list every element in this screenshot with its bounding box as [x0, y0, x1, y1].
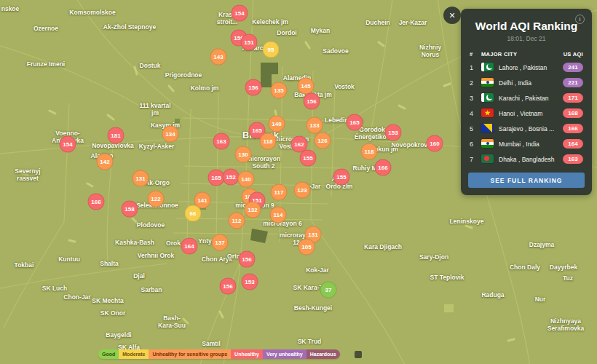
map-place-label: ST Teplovik — [430, 274, 464, 281]
see-full-ranking-button[interactable]: SEE FULL RANKING — [468, 173, 585, 188]
flag-cell — [481, 92, 499, 105]
aqi-marker[interactable]: 145 — [298, 78, 315, 95]
aqi-marker[interactable]: 131 — [133, 170, 149, 187]
aqi-marker[interactable]: 95 — [263, 41, 280, 58]
aqi-marker[interactable]: 156 — [239, 251, 256, 268]
aqi-marker[interactable]: 105 — [298, 239, 315, 256]
map-place-label: SK Onor — [100, 309, 125, 317]
ranking-row[interactable]: 2Delhi , India221 — [470, 75, 583, 90]
aqi-marker[interactable]: 130 — [235, 146, 252, 163]
aqi-marker[interactable]: 156 — [304, 93, 320, 110]
rank-column-header: # — [470, 51, 481, 58]
city-column-header: MAJOR CITY — [481, 51, 564, 58]
map-place-label: Samtil — [202, 340, 221, 347]
map-place-label: Kyzyl-Asker — [139, 143, 175, 150]
aqi-marker[interactable]: 154 — [232, 5, 248, 22]
aqi-marker[interactable]: 140 — [269, 116, 285, 132]
aqi-marker[interactable]: 132 — [245, 202, 261, 218]
legend-collapse-icon[interactable] — [355, 351, 362, 358]
ranking-row[interactable]: 5Sarajevo , Bosnia ...166 — [470, 121, 583, 136]
map-place-label: Shalta — [100, 260, 119, 267]
ranking-position: 5 — [470, 125, 481, 132]
aqi-marker[interactable]: 133 — [307, 117, 323, 134]
aqi-marker[interactable]: 181 — [108, 127, 124, 144]
vietnam-flag-icon: ★ — [481, 108, 494, 117]
aqi-marker[interactable]: 152 — [223, 169, 240, 186]
map-place-label: Sarban — [141, 286, 162, 293]
legend-item-unhealthy: Unhealthy — [231, 349, 263, 359]
map-place-label: Kolmo jm — [191, 84, 219, 92]
aqi-marker[interactable]: 154 — [60, 136, 76, 153]
ranking-row[interactable]: 4★Hanoi , Vietnam168 — [470, 106, 583, 121]
aqi-marker[interactable]: 122 — [148, 191, 165, 207]
ranking-city-label: Hanoi , Vietnam — [499, 110, 563, 117]
map-place-label: Verhnii Orok — [138, 252, 175, 259]
map-place-label: Kashka-Bash — [115, 239, 154, 246]
map-place-label: SK Luch — [42, 285, 67, 292]
map-place-label: NizhnyayaSerafimovka — [547, 317, 585, 332]
aqi-marker[interactable]: 137 — [212, 234, 229, 251]
aqi-marker[interactable]: 166 — [375, 159, 392, 176]
pakistan-flag-icon — [481, 93, 494, 102]
aqi-marker[interactable]: 153 — [242, 274, 258, 290]
map-place-label: Ak-Zhol Stepnoye — [103, 23, 156, 31]
ranking-position: 7 — [470, 156, 481, 163]
ranking-row[interactable]: 1Lahore , Pakistan241 — [470, 60, 583, 75]
aqi-marker[interactable]: 126 — [315, 132, 331, 149]
map-place-label: Kuntuu — [58, 256, 80, 263]
aqi-marker[interactable]: 166 — [88, 194, 105, 210]
aqi-marker[interactable]: 112 — [229, 213, 245, 229]
aqi-marker[interactable]: 165 — [347, 114, 363, 131]
aqi-marker[interactable]: 114 — [270, 207, 287, 223]
aqi-badge: 166 — [563, 124, 583, 133]
legend-item-very-unhealthy: Very unhealthy — [263, 349, 307, 359]
aqi-marker[interactable]: 118 — [361, 143, 378, 160]
aqi-marker[interactable]: 142 — [97, 154, 114, 170]
flag-cell — [481, 122, 499, 135]
legend-item-moderate: Moderate — [119, 349, 149, 359]
aqi-marker[interactable]: 163 — [213, 133, 230, 150]
aqi-marker[interactable]: 164 — [181, 238, 198, 255]
flag-cell: ★ — [481, 107, 499, 120]
map-place-label: Dayyrbek — [550, 264, 577, 271]
aqi-marker[interactable]: 155 — [333, 169, 350, 186]
aqi-marker[interactable]: 155 — [300, 150, 317, 167]
aqi-marker[interactable]: 37 — [320, 282, 337, 298]
legend-item-good: Good — [98, 349, 119, 359]
map-place-label: SK Trud — [298, 338, 322, 345]
legend-item-unhealthy-for-sensitive-groups: Unhealthy for sensitive groups — [149, 349, 231, 359]
ranking-city-label: Mumbai , India — [499, 141, 563, 148]
map-place-label: Komsomolskoe — [69, 9, 115, 16]
aqi-marker[interactable]: 151 — [241, 34, 258, 51]
map-place-label: Besh-Kungei — [294, 304, 332, 312]
map-place-label: Ozernoe — [33, 25, 58, 32]
aqi-marker[interactable]: 117 — [271, 184, 288, 201]
aqi-marker[interactable]: 66 — [185, 205, 202, 222]
info-icon[interactable]: i — [575, 15, 585, 24]
flag-cell — [481, 138, 499, 151]
aqi-marker[interactable]: 134 — [162, 126, 179, 143]
ranking-row[interactable]: 3Karachi , Pakistan171 — [470, 90, 583, 106]
legend-item-hazardous: Hazardous — [307, 349, 340, 359]
map-place-label: Kelechek jm — [252, 18, 288, 25]
ranking-city-label: Sarajevo , Bosnia ... — [499, 125, 563, 132]
aqi-marker[interactable]: 158 — [122, 201, 138, 218]
aqi-marker[interactable]: 153 — [385, 124, 402, 141]
ranking-position: 4 — [470, 110, 481, 117]
map-place-label: Tokbai — [15, 261, 34, 269]
map-place-label: Kara Djigach — [364, 243, 402, 250]
aqi-marker[interactable]: 156 — [245, 79, 262, 96]
map-place-label: Mykan — [311, 27, 330, 34]
aqi-marker[interactable]: 118 — [260, 133, 277, 150]
aqi-marker[interactable]: 156 — [220, 278, 237, 295]
aqi-marker[interactable]: 160 — [427, 135, 443, 152]
aqi-marker[interactable]: 135 — [271, 82, 288, 99]
aqi-marker[interactable]: 140 — [238, 171, 255, 188]
aqi-marker[interactable]: 143 — [210, 49, 227, 66]
ranking-row[interactable]: 7Dhaka , Bangladesh163 — [470, 151, 583, 167]
ranking-row[interactable]: 6Mumbai , India164 — [470, 136, 583, 151]
map-place-label: Raduga — [481, 291, 504, 298]
close-panel-button[interactable]: × — [443, 7, 461, 24]
aqi-marker[interactable]: 123 — [294, 182, 311, 199]
ranking-rows: 1Lahore , Pakistan2412Delhi , India2213K… — [470, 60, 583, 167]
